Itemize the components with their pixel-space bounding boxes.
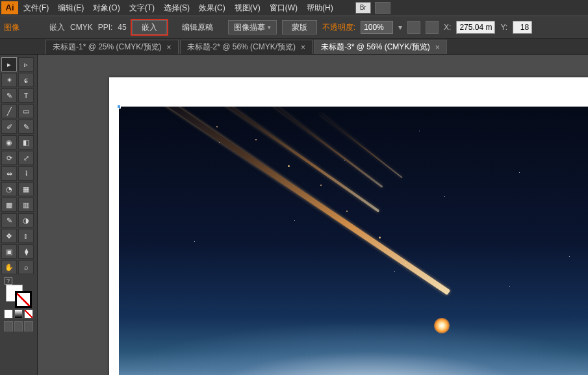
- opacity-input[interactable]: [361, 21, 393, 34]
- hand-tool[interactable]: ✋: [1, 260, 17, 274]
- rotate-tool[interactable]: ⟳: [1, 151, 17, 165]
- app-logo: Ai: [1, 1, 18, 14]
- stars-layer: [119, 107, 588, 375]
- meteor-head: [434, 318, 450, 333]
- selection-tool[interactable]: ▸: [1, 57, 17, 71]
- edit-original-button[interactable]: 编辑原稿: [172, 20, 223, 34]
- canvas-area[interactable]: [38, 55, 588, 375]
- menu-help[interactable]: 帮助(H): [307, 3, 333, 14]
- symbol-sprayer-tool[interactable]: ❖: [1, 229, 17, 243]
- x-input[interactable]: [456, 21, 495, 34]
- menu-type[interactable]: 文字(T): [129, 3, 155, 14]
- menu-effect[interactable]: 效果(C): [199, 3, 225, 14]
- close-icon[interactable]: ×: [301, 43, 305, 52]
- menu-view[interactable]: 视图(V): [235, 3, 261, 14]
- artboard-tool[interactable]: ▣: [1, 244, 17, 259]
- line-tool[interactable]: ╱: [1, 104, 17, 118]
- perspective-tool[interactable]: ▦: [18, 182, 34, 196]
- warp-tool[interactable]: ⌇: [18, 166, 34, 181]
- menu-edit[interactable]: 编辑(E): [58, 3, 84, 14]
- blob-brush-tool[interactable]: ◉: [1, 135, 17, 149]
- menu-select[interactable]: 选择(S): [164, 3, 190, 14]
- y-label: Y:: [500, 23, 507, 32]
- x-label: X:: [444, 23, 451, 32]
- tab-label: 未标题-1* @ 25% (CMYK/预览): [53, 42, 162, 53]
- colormode-label: CMYK: [70, 23, 93, 32]
- screen-mode-row: [1, 321, 36, 331]
- workspace: ▸▹ ✴ɕ ✎T ╱▭ ✐✎ ◉◧ ⟳⤢ ⇔⌇ ◔▦ ▩▥ ✎◑ ❖⫿ ▣⧫ ✋…: [0, 55, 588, 375]
- document-tab-bar: 未标题-1* @ 25% (CMYK/预览) × 未标题-2* @ 56% (C…: [0, 39, 588, 55]
- stroke-swatch[interactable]: [15, 291, 32, 308]
- menu-window[interactable]: 窗口(W): [270, 3, 298, 14]
- color-mode-row: [1, 309, 36, 318]
- draw-normal-icon[interactable]: [4, 321, 13, 331]
- menu-right-buttons: Br: [355, 2, 390, 14]
- eyedropper-tool[interactable]: ✎: [1, 213, 17, 227]
- menu-bar: Ai 文件(F) 编辑(E) 对象(O) 文字(T) 选择(S) 效果(C) 视…: [0, 0, 588, 16]
- close-icon[interactable]: ×: [167, 43, 172, 52]
- slice-tool[interactable]: ⧫: [18, 244, 34, 259]
- blend-tool[interactable]: ◑: [18, 213, 34, 227]
- placed-image[interactable]: [119, 107, 588, 375]
- help-icon[interactable]: ?: [5, 277, 12, 285]
- magic-wand-tool[interactable]: ✴: [1, 73, 17, 87]
- document-tab-2[interactable]: 未标题-2* @ 56% (CMYK/预览) ×: [180, 40, 313, 54]
- ppi-value: 45: [118, 23, 126, 32]
- tab-label: 未标题-3* @ 56% (CMYK/预览): [321, 42, 430, 53]
- shape-builder-tool[interactable]: ◔: [1, 182, 17, 196]
- gradient-tool[interactable]: ▥: [18, 198, 34, 212]
- draw-behind-icon[interactable]: [14, 321, 23, 331]
- color-gradient-icon[interactable]: [14, 309, 23, 318]
- eraser-tool[interactable]: ◧: [18, 135, 34, 149]
- width-tool[interactable]: ⇔: [1, 166, 17, 181]
- options-bar: 图像 嵌入 CMYK PPI: 45 嵌入 编辑原稿 图像描摹 蒙版 不透明度:…: [0, 16, 588, 39]
- fill-stroke-control[interactable]: ?: [3, 278, 34, 307]
- color-solid-icon[interactable]: [4, 309, 13, 318]
- type-tool[interactable]: T: [18, 88, 34, 103]
- zoom-tool[interactable]: ⌕: [18, 260, 34, 274]
- selection-handle[interactable]: [117, 105, 121, 109]
- menu-object[interactable]: 对象(O): [93, 3, 120, 14]
- pencil-tool[interactable]: ✎: [18, 120, 34, 134]
- menu-file[interactable]: 文件(F): [23, 3, 49, 14]
- bridge-button[interactable]: Br: [355, 2, 371, 14]
- paintbrush-tool[interactable]: ✐: [1, 120, 17, 134]
- embed-status: 嵌入: [49, 22, 65, 33]
- draw-inside-icon[interactable]: [24, 321, 33, 331]
- document-tab-1[interactable]: 未标题-1* @ 25% (CMYK/预览) ×: [45, 40, 179, 54]
- embed-button[interactable]: 嵌入: [132, 20, 167, 34]
- context-label: 图像: [4, 22, 19, 33]
- color-none-icon[interactable]: [24, 309, 33, 318]
- transform-icon[interactable]: [407, 21, 420, 34]
- ppi-label: PPI:: [98, 23, 113, 32]
- document-tab-3[interactable]: 未标题-3* @ 56% (CMYK/预览) ×: [314, 40, 447, 54]
- image-trace-dropdown[interactable]: 图像描摹: [228, 20, 277, 34]
- mesh-tool[interactable]: ▩: [1, 198, 17, 212]
- align-icon[interactable]: [426, 21, 439, 34]
- scale-tool[interactable]: ⤢: [18, 151, 34, 165]
- tab-label: 未标题-2* @ 56% (CMYK/预览): [187, 42, 296, 53]
- close-icon[interactable]: ×: [435, 43, 440, 52]
- lasso-tool[interactable]: ɕ: [18, 73, 34, 87]
- opacity-label: 不透明度:: [322, 22, 355, 33]
- direct-selection-tool[interactable]: ▹: [18, 57, 34, 71]
- column-graph-tool[interactable]: ⫿: [18, 229, 34, 243]
- mask-button[interactable]: 蒙版: [282, 20, 317, 34]
- pen-tool[interactable]: ✎: [1, 88, 17, 103]
- arrange-button[interactable]: [375, 2, 390, 14]
- y-input[interactable]: [513, 21, 532, 34]
- toolbox: ▸▹ ✴ɕ ✎T ╱▭ ✐✎ ◉◧ ⟳⤢ ⇔⌇ ◔▦ ▩▥ ✎◑ ❖⫿ ▣⧫ ✋…: [0, 55, 38, 375]
- rectangle-tool[interactable]: ▭: [18, 104, 34, 118]
